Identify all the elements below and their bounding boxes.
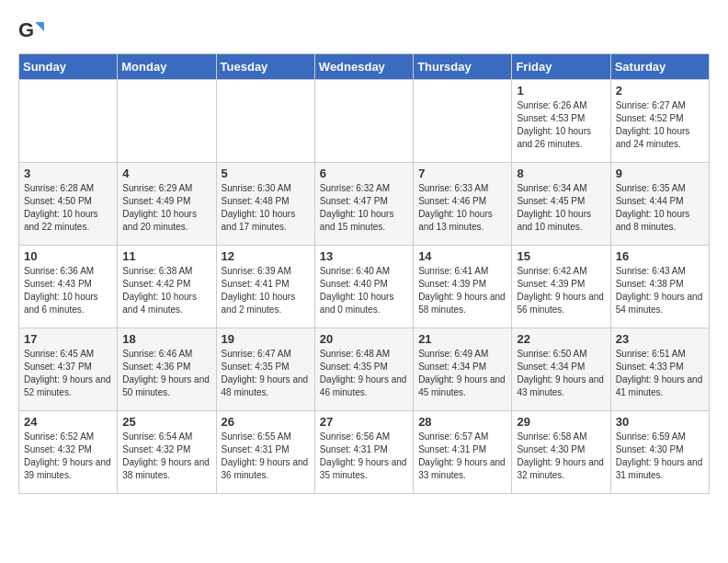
day-info: Sunrise: 6:51 AM Sunset: 4:33 PM Dayligh…	[616, 348, 704, 399]
day-number: 18	[122, 332, 210, 346]
calendar-header-row: SundayMondayTuesdayWednesdayThursdayFrid…	[19, 54, 710, 80]
svg-marker-1	[35, 22, 44, 31]
calendar-cell: 3Sunrise: 6:28 AM Sunset: 4:50 PM Daylig…	[19, 163, 118, 246]
day-number: 10	[24, 249, 112, 263]
day-info: Sunrise: 6:52 AM Sunset: 4:32 PM Dayligh…	[24, 431, 112, 482]
day-info: Sunrise: 6:27 AM Sunset: 4:52 PM Dayligh…	[616, 99, 704, 151]
calendar-cell: 28Sunrise: 6:57 AM Sunset: 4:31 PM Dayli…	[414, 411, 512, 494]
calendar-header-thursday: Thursday	[414, 54, 512, 80]
calendar-header-sunday: Sunday	[19, 54, 118, 80]
day-number: 22	[517, 332, 605, 346]
day-number: 14	[418, 249, 506, 263]
calendar-cell: 16Sunrise: 6:43 AM Sunset: 4:38 PM Dayli…	[610, 246, 709, 328]
day-number: 8	[517, 167, 605, 180]
day-number: 24	[24, 415, 112, 429]
calendar-cell: 9Sunrise: 6:35 AM Sunset: 4:44 PM Daylig…	[610, 163, 709, 246]
day-info: Sunrise: 6:47 AM Sunset: 4:35 PM Dayligh…	[222, 348, 310, 399]
page-header: G	[18, 18, 710, 44]
calendar-cell: 1Sunrise: 6:26 AM Sunset: 4:53 PM Daylig…	[512, 80, 610, 163]
calendar-cell	[19, 80, 118, 163]
calendar-cell	[314, 80, 413, 163]
day-info: Sunrise: 6:28 AM Sunset: 4:50 PM Dayligh…	[24, 182, 112, 234]
calendar-cell	[414, 80, 512, 163]
calendar-cell: 6Sunrise: 6:32 AM Sunset: 4:47 PM Daylig…	[314, 163, 413, 246]
calendar-cell: 13Sunrise: 6:40 AM Sunset: 4:40 PM Dayli…	[314, 246, 413, 328]
calendar-cell: 15Sunrise: 6:42 AM Sunset: 4:39 PM Dayli…	[512, 246, 610, 328]
day-number: 30	[616, 415, 704, 429]
day-info: Sunrise: 6:40 AM Sunset: 4:40 PM Dayligh…	[320, 265, 408, 316]
calendar-cell: 22Sunrise: 6:50 AM Sunset: 4:34 PM Dayli…	[512, 328, 610, 411]
calendar-week-3: 10Sunrise: 6:36 AM Sunset: 4:43 PM Dayli…	[19, 246, 710, 328]
day-info: Sunrise: 6:33 AM Sunset: 4:46 PM Dayligh…	[418, 182, 506, 234]
day-number: 16	[616, 249, 704, 263]
calendar-header-saturday: Saturday	[610, 54, 709, 80]
calendar-header-monday: Monday	[118, 54, 216, 80]
day-info: Sunrise: 6:48 AM Sunset: 4:35 PM Dayligh…	[320, 348, 408, 399]
day-number: 6	[320, 167, 408, 180]
day-info: Sunrise: 6:49 AM Sunset: 4:34 PM Dayligh…	[418, 348, 506, 399]
day-info: Sunrise: 6:54 AM Sunset: 4:32 PM Dayligh…	[122, 431, 210, 482]
day-number: 7	[418, 167, 506, 180]
calendar-week-1: 1Sunrise: 6:26 AM Sunset: 4:53 PM Daylig…	[19, 80, 710, 163]
day-info: Sunrise: 6:58 AM Sunset: 4:30 PM Dayligh…	[517, 431, 605, 482]
day-number: 2	[616, 84, 704, 98]
calendar-cell: 20Sunrise: 6:48 AM Sunset: 4:35 PM Dayli…	[314, 328, 413, 411]
day-info: Sunrise: 6:34 AM Sunset: 4:45 PM Dayligh…	[517, 182, 605, 234]
calendar-cell: 27Sunrise: 6:56 AM Sunset: 4:31 PM Dayli…	[314, 411, 413, 494]
day-info: Sunrise: 6:50 AM Sunset: 4:34 PM Dayligh…	[517, 348, 605, 399]
calendar-header-friday: Friday	[512, 54, 610, 80]
calendar-week-2: 3Sunrise: 6:28 AM Sunset: 4:50 PM Daylig…	[19, 163, 710, 246]
calendar-header-tuesday: Tuesday	[216, 54, 314, 80]
calendar-cell: 30Sunrise: 6:59 AM Sunset: 4:30 PM Dayli…	[610, 411, 709, 494]
day-info: Sunrise: 6:45 AM Sunset: 4:37 PM Dayligh…	[24, 348, 112, 399]
calendar-cell: 14Sunrise: 6:41 AM Sunset: 4:39 PM Dayli…	[414, 246, 512, 328]
day-number: 25	[122, 415, 210, 429]
day-number: 26	[222, 415, 310, 429]
calendar-body: 1Sunrise: 6:26 AM Sunset: 4:53 PM Daylig…	[19, 80, 710, 494]
day-info: Sunrise: 6:32 AM Sunset: 4:47 PM Dayligh…	[320, 182, 408, 234]
day-info: Sunrise: 6:36 AM Sunset: 4:43 PM Dayligh…	[24, 265, 112, 316]
logo: G	[18, 18, 48, 44]
calendar-cell: 21Sunrise: 6:49 AM Sunset: 4:34 PM Dayli…	[414, 328, 512, 411]
calendar-cell	[216, 80, 314, 163]
day-info: Sunrise: 6:35 AM Sunset: 4:44 PM Dayligh…	[616, 182, 704, 234]
day-number: 9	[616, 167, 704, 180]
day-info: Sunrise: 6:57 AM Sunset: 4:31 PM Dayligh…	[418, 431, 506, 482]
day-number: 1	[517, 84, 605, 98]
day-info: Sunrise: 6:59 AM Sunset: 4:30 PM Dayligh…	[616, 431, 704, 482]
day-number: 21	[418, 332, 506, 346]
calendar-week-5: 24Sunrise: 6:52 AM Sunset: 4:32 PM Dayli…	[19, 411, 710, 494]
svg-text:G: G	[18, 18, 34, 41]
day-number: 15	[517, 249, 605, 263]
logo-icon: G	[18, 18, 44, 44]
day-info: Sunrise: 6:41 AM Sunset: 4:39 PM Dayligh…	[418, 265, 506, 316]
calendar-cell: 18Sunrise: 6:46 AM Sunset: 4:36 PM Dayli…	[118, 328, 216, 411]
day-number: 4	[122, 167, 210, 180]
calendar-cell: 11Sunrise: 6:38 AM Sunset: 4:42 PM Dayli…	[118, 246, 216, 328]
day-info: Sunrise: 6:55 AM Sunset: 4:31 PM Dayligh…	[222, 431, 310, 482]
calendar-cell: 12Sunrise: 6:39 AM Sunset: 4:41 PM Dayli…	[216, 246, 314, 328]
calendar-cell: 4Sunrise: 6:29 AM Sunset: 4:49 PM Daylig…	[118, 163, 216, 246]
calendar-cell: 23Sunrise: 6:51 AM Sunset: 4:33 PM Dayli…	[610, 328, 709, 411]
calendar-week-4: 17Sunrise: 6:45 AM Sunset: 4:37 PM Dayli…	[19, 328, 710, 411]
calendar-cell: 10Sunrise: 6:36 AM Sunset: 4:43 PM Dayli…	[19, 246, 118, 328]
day-number: 28	[418, 415, 506, 429]
day-number: 23	[616, 332, 704, 346]
calendar-header-wednesday: Wednesday	[314, 54, 413, 80]
day-number: 20	[320, 332, 408, 346]
day-number: 27	[320, 415, 408, 429]
day-info: Sunrise: 6:26 AM Sunset: 4:53 PM Dayligh…	[517, 99, 605, 151]
day-number: 17	[24, 332, 112, 346]
calendar-cell: 25Sunrise: 6:54 AM Sunset: 4:32 PM Dayli…	[118, 411, 216, 494]
calendar-cell: 17Sunrise: 6:45 AM Sunset: 4:37 PM Dayli…	[19, 328, 118, 411]
calendar-cell	[118, 80, 216, 163]
calendar-cell: 19Sunrise: 6:47 AM Sunset: 4:35 PM Dayli…	[216, 328, 314, 411]
calendar-cell: 2Sunrise: 6:27 AM Sunset: 4:52 PM Daylig…	[610, 80, 709, 163]
day-number: 11	[122, 249, 210, 263]
day-number: 5	[222, 167, 310, 180]
day-info: Sunrise: 6:29 AM Sunset: 4:49 PM Dayligh…	[122, 182, 210, 234]
calendar-cell: 7Sunrise: 6:33 AM Sunset: 4:46 PM Daylig…	[414, 163, 512, 246]
day-number: 19	[222, 332, 310, 346]
day-info: Sunrise: 6:39 AM Sunset: 4:41 PM Dayligh…	[222, 265, 310, 316]
day-info: Sunrise: 6:46 AM Sunset: 4:36 PM Dayligh…	[122, 348, 210, 399]
